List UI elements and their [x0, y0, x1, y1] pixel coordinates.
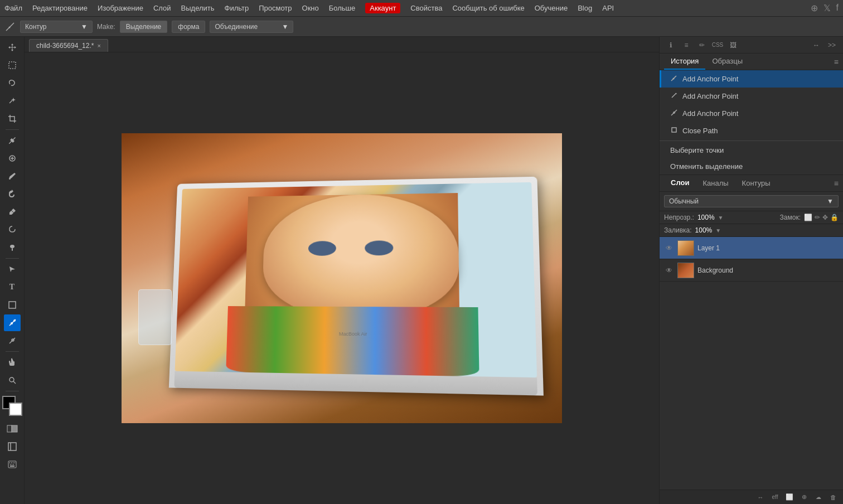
pen-tool[interactable]: [4, 314, 21, 331]
opacity-label: Непрозр.:: [664, 214, 694, 221]
link-layers-icon[interactable]: ↔: [755, 492, 766, 503]
fill-label: Заливка:: [664, 226, 692, 234]
delete-layer-icon[interactable]: 🗑: [827, 492, 839, 503]
fill-value[interactable]: 100%: [695, 226, 713, 234]
combine-select[interactable]: Объединение ▼: [210, 21, 293, 33]
layers-tab-channels[interactable]: Каналы: [696, 176, 735, 191]
background-eye-icon[interactable]: 👁: [664, 265, 674, 275]
context-menu-item-add-anchor-3[interactable]: Add Anchor Point: [660, 105, 843, 122]
layers-tab-paths[interactable]: Контуры: [735, 176, 777, 191]
layers-tab-layers[interactable]: Слои: [664, 175, 696, 191]
select-points-label: Выберите точки: [670, 146, 724, 154]
menu-api[interactable]: API: [602, 4, 614, 12]
canvas-container[interactable]: MacBook Air: [25, 52, 659, 504]
menu-account[interactable]: Аккаунт: [365, 3, 400, 13]
panel-tab-menu-btn[interactable]: ≡: [834, 57, 839, 66]
color-swatch[interactable]: [2, 396, 22, 416]
menu-window[interactable]: Окно: [302, 4, 319, 12]
opacity-arrow-icon[interactable]: ▼: [718, 215, 724, 221]
brush-tool[interactable]: [4, 168, 21, 185]
layer1-eye-icon[interactable]: 👁: [664, 243, 674, 253]
panel-info-icon[interactable]: ℹ: [664, 38, 677, 52]
context-menu-item-add-anchor-1[interactable]: Add Anchor Point: [660, 70, 843, 88]
magic-wand-tool[interactable]: [4, 93, 21, 109]
zoom-tool[interactable]: [4, 372, 21, 389]
lock-position-icon[interactable]: ✥: [822, 214, 828, 221]
eraser-tool[interactable]: [4, 203, 21, 220]
path-mode-select[interactable]: Контур ▼: [20, 21, 93, 33]
context-menu-item-add-anchor-2[interactable]: Add Anchor Point: [660, 88, 843, 105]
history-tab[interactable]: История: [664, 54, 705, 70]
fill-row: Заливка: 100% ▼: [660, 224, 843, 237]
background-name: Background: [697, 266, 733, 274]
add-mask-icon[interactable]: ⬜: [784, 492, 795, 503]
menu-file[interactable]: Файл: [4, 4, 22, 12]
opacity-value[interactable]: 100%: [697, 214, 715, 221]
move-tool[interactable]: [4, 39, 21, 56]
text-tool[interactable]: T: [4, 279, 21, 295]
blend-mode-select[interactable]: Обычный ▼: [664, 195, 839, 207]
menu-layer[interactable]: Слой: [153, 4, 171, 12]
fx-icon[interactable]: eff: [769, 492, 781, 503]
new-layer-icon[interactable]: ☁: [813, 492, 824, 503]
layer-item-layer1[interactable]: 👁 Layer 1: [660, 237, 843, 259]
samples-tab[interactable]: Образцы: [705, 54, 749, 70]
panel-css-icon[interactable]: CSS: [711, 38, 724, 52]
hand-tool[interactable]: [4, 354, 21, 371]
anchor-edit-tool[interactable]: [4, 332, 21, 349]
layer-item-background[interactable]: 👁 Background: [660, 259, 843, 282]
add-anchor-3-icon: [670, 109, 678, 118]
healing-tool[interactable]: [4, 150, 21, 167]
eyedropper-tool[interactable]: [4, 132, 21, 149]
panel-pen-icon[interactable]: ✏: [695, 38, 709, 52]
lock-all-icon[interactable]: 🔒: [830, 214, 839, 221]
panel-adjust-icon[interactable]: ≡: [680, 38, 693, 52]
fill-arrow-icon[interactable]: ▼: [715, 227, 721, 234]
menu-edit[interactable]: Редактирование: [32, 4, 88, 12]
new-group-icon[interactable]: ⊕: [798, 492, 810, 503]
shape-btn[interactable]: форма: [172, 21, 205, 33]
background-color[interactable]: [9, 403, 22, 416]
separator-3: [6, 351, 19, 352]
crop-tool[interactable]: [4, 110, 21, 127]
menu-select[interactable]: Выделить: [181, 4, 215, 12]
lasso-tool[interactable]: [4, 75, 21, 91]
quick-mask-btn[interactable]: [4, 420, 21, 437]
shape-tool[interactable]: [4, 297, 21, 313]
lock-transparent-icon[interactable]: ⬜: [804, 214, 812, 221]
layers-tab-menu-btn[interactable]: ≡: [834, 179, 839, 188]
select-rect-tool[interactable]: [4, 57, 21, 74]
panel-expand-icon[interactable]: >>: [825, 38, 839, 52]
screen-mode-btn[interactable]: [4, 438, 21, 455]
menubar: Файл Редактирование Изображение Слой Выд…: [0, 0, 843, 17]
context-menu-item-deselect[interactable]: Отменить выделение: [660, 158, 843, 175]
main-area: T: [0, 37, 843, 504]
document-tab[interactable]: child-3665694_12.* ×: [29, 39, 108, 52]
panel-collapse-icon[interactable]: ↔: [810, 38, 823, 52]
panel-image-icon[interactable]: 🖼: [726, 38, 740, 52]
facebook-icon[interactable]: f: [836, 3, 839, 13]
menu-filter[interactable]: Фильтр: [225, 4, 249, 12]
pen-tool-icon[interactable]: [4, 21, 16, 32]
panel-bottom-bar: ↔ eff ⬜ ⊕ ☁ 🗑: [660, 490, 843, 504]
menu-learn[interactable]: Обучение: [535, 4, 568, 12]
menu-more[interactable]: Больше: [329, 4, 356, 12]
clone-stamp-tool[interactable]: [4, 186, 21, 202]
blur-tool[interactable]: [4, 221, 21, 238]
canvas-image[interactable]: MacBook Air: [122, 133, 562, 423]
menu-view[interactable]: Просмотр: [259, 4, 292, 12]
selection-btn[interactable]: Выделение: [120, 21, 168, 33]
twitter-icon[interactable]: 𝕏: [823, 3, 831, 13]
path-select-tool[interactable]: [4, 261, 21, 278]
menu-report[interactable]: Сообщить об ошибке: [452, 4, 524, 12]
menu-properties[interactable]: Свойства: [410, 4, 442, 12]
dodge-tool[interactable]: [4, 239, 21, 256]
menu-blog[interactable]: Blog: [578, 4, 592, 12]
menu-image[interactable]: Изображение: [98, 4, 143, 12]
keyboard-shortcut-btn[interactable]: [4, 456, 21, 473]
context-menu-item-select-points[interactable]: Выберите точки: [660, 142, 843, 158]
tab-close-btn[interactable]: ×: [97, 42, 100, 49]
lock-image-icon[interactable]: ✏: [815, 214, 820, 221]
reddit-icon[interactable]: ⊕: [811, 3, 818, 13]
context-menu-item-close-path[interactable]: Close Path: [660, 122, 843, 139]
